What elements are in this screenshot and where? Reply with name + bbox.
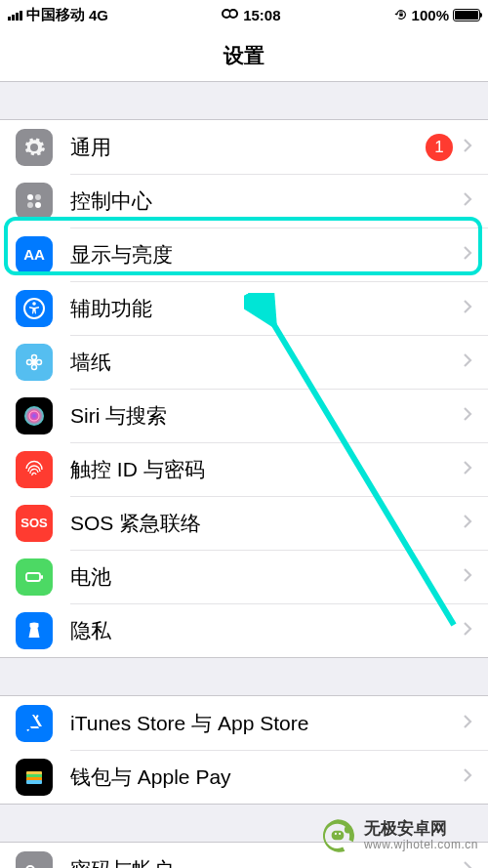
battery-icon — [453, 9, 480, 21]
row-label: 通用 — [70, 134, 426, 161]
notification-badge: 1 — [426, 134, 453, 161]
touchid-icon — [16, 451, 53, 488]
passwords-icon — [16, 851, 53, 869]
chevron-right-icon — [463, 714, 472, 733]
chevron-right-icon — [463, 299, 472, 318]
hotspot-icon — [222, 9, 239, 21]
row-wallpaper[interactable]: 墙纸 — [0, 335, 488, 389]
siri-icon — [16, 397, 53, 434]
page-title: 设置 — [224, 42, 264, 69]
battery-setting-icon — [16, 558, 53, 596]
watermark-url: www.wjhotel.com.cn — [364, 839, 478, 851]
row-battery[interactable]: 电池 — [0, 550, 488, 603]
chevron-right-icon — [463, 191, 472, 211]
svg-point-1 — [27, 194, 33, 200]
svg-point-11 — [37, 359, 42, 364]
row-privacy[interactable]: 隐私 — [0, 603, 488, 657]
row-accessibility[interactable]: 辅助功能 — [0, 281, 488, 335]
row-wallet-applepay[interactable]: 钱包与 Apple Pay — [0, 750, 488, 804]
chevron-right-icon — [463, 138, 472, 157]
chevron-right-icon — [463, 621, 472, 641]
row-label: 辅助功能 — [70, 295, 463, 322]
settings-group-1: 通用 1 控制中心 AA 显示与亮度 辅助功能 墙纸 Siri 与搜索 触控 I… — [0, 119, 488, 658]
signal-icon — [8, 9, 22, 21]
svg-point-6 — [32, 302, 36, 306]
svg-point-12 — [24, 406, 44, 426]
status-center: 15:08 — [222, 7, 280, 23]
svg-point-10 — [27, 359, 32, 364]
status-right: 100% — [394, 7, 480, 23]
svg-rect-14 — [26, 573, 40, 581]
row-label: 墙纸 — [70, 349, 463, 376]
row-display-brightness[interactable]: AA 显示与亮度 — [0, 227, 488, 281]
svg-point-22 — [345, 826, 351, 833]
chevron-right-icon — [463, 860, 472, 869]
row-label: SOS 紧急联络 — [70, 510, 463, 537]
chevron-right-icon — [463, 352, 472, 372]
time-label: 15:08 — [243, 7, 280, 23]
row-siri-search[interactable]: Siri 与搜索 — [0, 389, 488, 442]
svg-point-9 — [32, 364, 37, 369]
row-label: 触控 ID 与密码 — [70, 456, 463, 483]
svg-point-8 — [32, 354, 37, 359]
row-touchid-passcode[interactable]: 触控 ID 与密码 — [0, 442, 488, 496]
chevron-right-icon — [463, 245, 472, 265]
watermark-logo-icon — [317, 815, 358, 856]
group-spacer — [0, 82, 488, 119]
control-center-icon — [16, 183, 53, 220]
row-itunes-appstore[interactable]: iTunes Store 与 App Store — [0, 696, 488, 750]
row-label: 隐私 — [70, 617, 463, 644]
watermark-title: 无极安卓网 — [364, 820, 478, 839]
orientation-lock-icon — [394, 8, 408, 21]
wallet-icon — [16, 759, 53, 796]
svg-rect-19 — [26, 780, 42, 784]
chevron-right-icon — [463, 514, 472, 533]
settings-group-2: iTunes Store 与 App Store 钱包与 Apple Pay — [0, 695, 488, 805]
status-bar: 中国移动 4G 15:08 100% — [0, 0, 488, 29]
privacy-icon — [16, 612, 53, 649]
row-label: iTunes Store 与 App Store — [70, 710, 463, 737]
accessibility-icon — [16, 290, 53, 327]
row-label: 密码与帐户 — [70, 856, 463, 869]
chevron-right-icon — [463, 567, 472, 587]
svg-rect-15 — [41, 575, 43, 579]
row-label: 控制中心 — [70, 187, 463, 215]
row-label: 电池 — [70, 563, 463, 591]
sos-icon: SOS — [16, 505, 53, 542]
nav-bar: 设置 — [0, 29, 488, 82]
appstore-icon — [16, 705, 53, 742]
svg-rect-0 — [399, 14, 403, 17]
row-sos[interactable]: SOS SOS 紧急联络 — [0, 496, 488, 550]
status-left: 中国移动 4G — [8, 6, 108, 24]
svg-point-25 — [339, 833, 341, 835]
battery-pct-label: 100% — [412, 7, 449, 23]
row-label: 钱包与 Apple Pay — [70, 764, 463, 791]
chevron-right-icon — [463, 767, 472, 787]
group-spacer — [0, 658, 488, 695]
svg-rect-2 — [35, 194, 41, 200]
row-control-center[interactable]: 控制中心 — [0, 174, 488, 227]
display-icon: AA — [16, 236, 53, 273]
carrier-label: 中国移动 — [26, 6, 85, 24]
chevron-right-icon — [463, 406, 472, 426]
chevron-right-icon — [463, 460, 472, 479]
svg-rect-23 — [332, 831, 345, 840]
svg-rect-3 — [27, 202, 33, 208]
general-icon — [16, 129, 53, 166]
watermark: 无极安卓网 www.wjhotel.com.cn — [317, 815, 478, 856]
wallpaper-icon — [16, 344, 53, 381]
svg-point-4 — [35, 202, 41, 208]
network-label: 4G — [89, 7, 108, 23]
row-label: Siri 与搜索 — [70, 402, 463, 430]
svg-point-24 — [335, 833, 337, 835]
row-label: 显示与亮度 — [70, 241, 463, 269]
row-general[interactable]: 通用 1 — [0, 120, 488, 174]
